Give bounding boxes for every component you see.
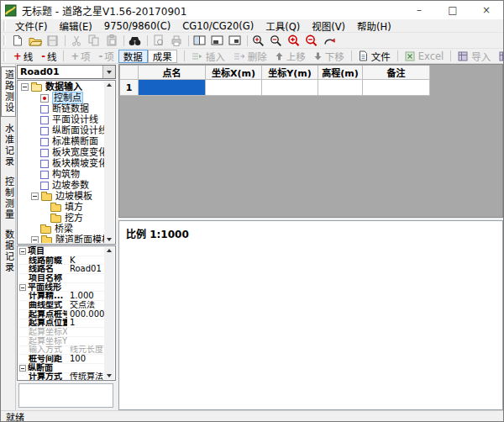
remove-item-button[interactable]: -项 [95, 50, 118, 63]
collapse-minus-icon[interactable] [31, 193, 39, 200]
column-header-elevation[interactable]: 高程(m) [318, 66, 363, 80]
property-row[interactable]: 计算方式传统算法 [18, 373, 104, 381]
find-button[interactable] [127, 33, 144, 48]
column-header-coord-x[interactable]: 坐标X(m) [206, 66, 262, 80]
cut-button[interactable] [68, 33, 86, 48]
print-preview-button[interactable] [150, 33, 168, 48]
pan-button[interactable] [321, 33, 339, 48]
tree-item-plan-design-line[interactable]: 平面设计线 [18, 114, 104, 125]
menu-edit[interactable]: 编辑(E) [54, 19, 98, 33]
menu-view[interactable]: 视图(V) [306, 19, 351, 33]
grid-corner-cell[interactable] [120, 66, 139, 80]
paste-button[interactable] [103, 33, 121, 48]
row-header[interactable]: 1 [120, 80, 139, 96]
road-selector[interactable]: Road01 [17, 65, 116, 79]
tree-item-slab-slope-change[interactable]: 板块横坡变化 [18, 158, 104, 169]
export-button[interactable]: 导出 [495, 50, 504, 63]
drawing-panel[interactable]: 比例 1:1000 [118, 220, 503, 410]
column-header-coord-y[interactable]: 坐标Y(m) [262, 66, 318, 80]
insert-row-button[interactable]: 插入 [187, 50, 229, 63]
save-button[interactable] [45, 33, 62, 48]
column-header-remark[interactable]: 备注 [363, 66, 430, 80]
tree-item-fill[interactable]: 填方 [18, 202, 104, 213]
tab-data-record[interactable]: 数据记录 [2, 227, 15, 276]
copy-button[interactable] [86, 33, 103, 48]
data-tree: 数据输入 控制点 断链数据 平面设计线 纵断面设计线 标准横断面 板块宽度变化 … [17, 80, 116, 245]
tree-item-standard-cross-section[interactable]: 标准横断面 [18, 136, 104, 147]
import-button[interactable]: 导入 [454, 50, 495, 63]
result-mode-button[interactable]: 成果 [148, 50, 177, 63]
maximize-button[interactable]: □ [436, 1, 470, 19]
menu-help[interactable]: 帮助(H) [351, 19, 397, 33]
menu-cg10-cg20[interactable]: CG10/CG20(G) [176, 20, 260, 32]
property-row[interactable]: 起算点桩号000.000 [18, 310, 104, 319]
property-group[interactable]: 项目 [18, 247, 104, 256]
collapse-minus-icon[interactable] [21, 83, 29, 91]
tree-item-broken-chain[interactable]: 断链数据 [18, 103, 104, 114]
minimize-button[interactable]: – [402, 1, 436, 19]
scroll-down-icon[interactable] [107, 374, 112, 377]
property-row[interactable]: 线路名Road01 [18, 265, 104, 274]
separator [188, 35, 189, 46]
remove-line-button[interactable]: -线 [37, 50, 60, 63]
zoom-in-strong-button[interactable] [286, 33, 303, 48]
tree-item-profile-design-line[interactable]: 纵断面设计线 [18, 125, 104, 136]
menu-tools[interactable]: 工具(Q) [260, 19, 306, 33]
scroll-up-icon[interactable] [107, 83, 112, 87]
scroll-down-icon[interactable] [107, 238, 112, 241]
zoom-out-strong-button[interactable] [303, 33, 321, 48]
tree-scrollbar[interactable] [104, 82, 114, 243]
tab-road-survey[interactable]: 道路测设 [1, 66, 16, 117]
close-button[interactable]: × [470, 1, 503, 19]
property-row[interactable]: 线路前缀K [18, 256, 104, 266]
delete-row-button[interactable]: 删除 [229, 50, 271, 63]
collapse-minus-icon[interactable] [19, 284, 26, 291]
menu-9750-9860[interactable]: 9750/9860(C) [98, 20, 176, 32]
tree-item-cut[interactable]: 挖方 [18, 213, 104, 224]
tree-item-control-points[interactable]: 控制点 [18, 92, 104, 103]
layout-split-button[interactable] [192, 33, 209, 48]
property-scrollbar[interactable] [104, 247, 114, 379]
open-button[interactable] [27, 33, 45, 48]
excel-button[interactable]: Excel [401, 50, 448, 63]
tree-item-slope-template[interactable]: 边坡模板 [18, 191, 104, 202]
zoom-out-button[interactable] [268, 33, 286, 48]
move-up-button[interactable]: 上移 [271, 50, 310, 63]
zoom-in-button[interactable] [250, 33, 268, 48]
add-item-button[interactable]: +项 [66, 50, 94, 63]
property-row[interactable]: 计算精...1.000 [18, 292, 104, 301]
cell-elevation[interactable] [318, 80, 363, 96]
separator [147, 35, 148, 46]
property-group[interactable]: 平面线形 [18, 283, 104, 293]
property-row[interactable]: 曲线型式交点法 [18, 301, 104, 310]
scroll-up-icon[interactable] [107, 249, 112, 252]
cell-remark[interactable] [363, 80, 430, 96]
add-line-button[interactable]: +线 [9, 50, 37, 63]
property-group[interactable]: 纵断面 [18, 364, 104, 373]
tree-item-slab-width-change[interactable]: 板块宽度变化 [18, 147, 104, 158]
menu-file[interactable]: 文件(F) [9, 19, 54, 33]
layout-form-button[interactable] [227, 33, 244, 48]
cell-coord-y[interactable] [262, 80, 318, 96]
collapse-minus-icon[interactable] [31, 236, 39, 243]
print-button[interactable] [168, 33, 186, 48]
new-button[interactable] [9, 33, 27, 48]
tree-item-slope-params[interactable]: 边坡参数 [18, 180, 104, 191]
collapse-minus-icon[interactable] [19, 365, 26, 372]
tree-item-tunnel-template[interactable]: 隧道断面模板 [18, 235, 104, 243]
tree-item-bridge[interactable]: 桥梁 [18, 224, 104, 235]
move-down-button[interactable]: 下移 [310, 50, 349, 63]
tab-control-survey[interactable]: 控制测量 [2, 174, 15, 223]
save-disk-icon [47, 35, 58, 46]
cell-coord-x[interactable] [206, 80, 262, 96]
data-mode-button[interactable]: 数据 [118, 50, 148, 63]
combo-dropdown-button[interactable] [102, 66, 115, 78]
cell-point-name-selected[interactable] [139, 80, 206, 96]
tab-level-record[interactable]: 水准记录 [2, 121, 15, 170]
tree-item-structures[interactable]: 构筑物 [18, 169, 104, 180]
layout-bottom-button[interactable] [209, 33, 227, 48]
file-button[interactable]: 文件 [354, 50, 395, 63]
column-header-point-name[interactable]: 点名 [139, 66, 206, 80]
property-row[interactable]: 起算点位置1 [18, 319, 104, 329]
collapse-minus-icon[interactable] [19, 248, 26, 255]
